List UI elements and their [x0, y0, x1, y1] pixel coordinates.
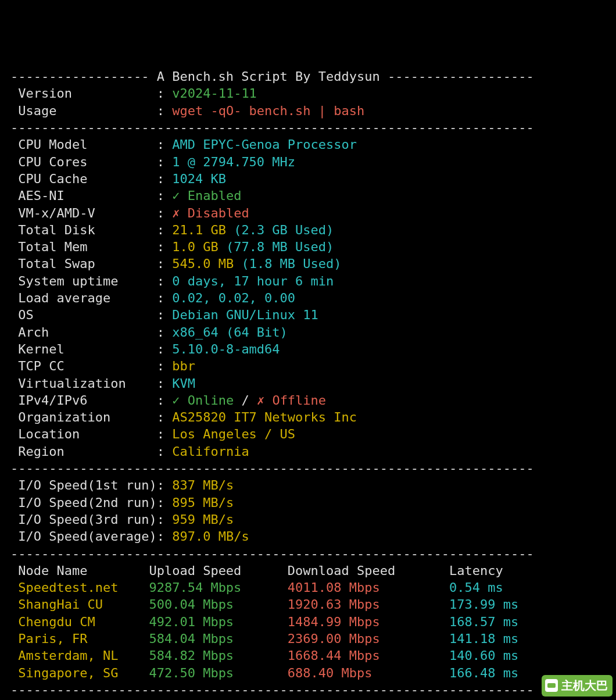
watermark-text: 主机大巴	[561, 677, 608, 694]
watermark-badge: 主机大巴	[542, 675, 613, 697]
bus-icon	[545, 679, 558, 692]
value-upload: 500.04 Mbps	[149, 597, 287, 612]
label-sysinfo: Virtualization	[10, 376, 157, 391]
label-sysinfo: Total Mem	[10, 240, 157, 254]
value-sysinfo: AMD EPYC-Genoa Processor	[172, 137, 357, 152]
label-orginfo: Region	[10, 444, 157, 459]
value-ipv-offline: ✗ Offline	[257, 393, 326, 408]
value-node: Amsterdam, NL	[18, 648, 149, 663]
value-download: 2369.00 Mbps	[288, 631, 449, 646]
value-sysinfo: ✗ Disabled	[172, 206, 249, 220]
value-node: Paris, FR	[18, 631, 149, 646]
value-download: 688.40 Mbps	[288, 666, 449, 680]
value-sysinfo: 1 @ 2794.750 MHz	[172, 155, 295, 169]
value-upload: 584.04 Mbps	[149, 631, 287, 646]
value-sysinfo: 1024 KB	[172, 172, 226, 186]
value-node: ShangHai CU	[18, 597, 149, 612]
label-usage: Usage	[10, 103, 157, 118]
value-sysinfo: 545.0 MB	[172, 256, 234, 271]
label-sysinfo: Kernel	[10, 342, 157, 356]
value-upload: 584.82 Mbps	[149, 648, 287, 663]
value-download: 1920.63 Mbps	[288, 597, 449, 612]
divider: ----------------------------------------…	[10, 683, 534, 697]
label-sysinfo: TCP CC	[10, 359, 157, 373]
value-sysinfo: 0 days, 17 hour 6 min	[172, 274, 334, 288]
label-sysinfo: CPU Model	[10, 137, 157, 152]
value-sysinfo: Debian GNU/Linux 11	[172, 308, 318, 322]
value-sysinfo: ✓ Enabled	[172, 188, 241, 203]
terminal-output: ------------------ A Bench.sh Script By …	[10, 68, 606, 700]
value-sysinfo: 0.02, 0.02, 0.00	[172, 291, 295, 305]
value-upload: 472.50 Mbps	[149, 666, 287, 680]
label-sysinfo: Total Swap	[10, 256, 157, 271]
col-node: Node Name	[18, 563, 149, 578]
value-sysinfo-extra: (77.8 MB Used)	[226, 240, 334, 254]
label-sysinfo: VM-x/AMD-V	[10, 206, 157, 220]
label-orginfo: Organization	[10, 410, 157, 424]
label-sysinfo: CPU Cache	[10, 172, 157, 186]
col-latency: Latency	[449, 563, 557, 578]
label-ipv: IPv4/IPv6	[10, 393, 157, 408]
value-sysinfo: 1.0 GB	[172, 240, 218, 254]
value-download: 1668.44 Mbps	[288, 648, 449, 663]
label-sysinfo: CPU Cores	[10, 155, 157, 169]
value-io: 837 MB/s	[172, 478, 234, 492]
title-line: ------------------ A Bench.sh Script By …	[10, 69, 534, 84]
value-sysinfo: x86_64 (64 Bit)	[172, 325, 288, 340]
value-io: 959 MB/s	[172, 512, 234, 527]
value-ipv-online: ✓ Online	[172, 393, 234, 408]
value-download: 4011.08 Mbps	[288, 580, 449, 595]
value-usage: wget -qO- bench.sh | bash	[172, 103, 364, 118]
value-latency: 173.99 ms	[449, 597, 557, 612]
col-upload: Upload Speed	[149, 563, 287, 578]
value-download: 1484.99 Mbps	[288, 615, 449, 629]
value-latency: 166.48 ms	[449, 666, 557, 680]
label-io: I/O Speed(average)	[10, 529, 157, 544]
value-sysinfo-extra: (1.8 MB Used)	[241, 256, 341, 271]
value-version: v2024-11-11	[172, 86, 257, 101]
label-io: I/O Speed(3rd run)	[10, 512, 157, 527]
value-orginfo: California	[172, 444, 249, 459]
value-upload: 9287.54 Mbps	[149, 580, 287, 595]
value-latency: 168.57 ms	[449, 615, 557, 629]
label-sysinfo: Arch	[10, 325, 157, 340]
value-node: Chengdu CM	[18, 615, 149, 629]
value-io: 895 MB/s	[172, 495, 234, 510]
divider: ----------------------------------------…	[10, 120, 534, 135]
value-orginfo: Los Angeles / US	[172, 427, 295, 441]
label-io: I/O Speed(2nd run)	[10, 495, 157, 510]
label-sysinfo: Total Disk	[10, 223, 157, 237]
value-latency: 140.60 ms	[449, 648, 557, 663]
value-upload: 492.01 Mbps	[149, 615, 287, 629]
label-sysinfo: OS	[10, 308, 157, 322]
value-node: Singapore, SG	[18, 666, 149, 680]
value-latency: 141.18 ms	[449, 631, 557, 646]
label-sysinfo: System uptime	[10, 274, 157, 288]
value-orginfo: AS25820 IT7 Networks Inc	[172, 410, 357, 424]
value-sysinfo: 5.10.0-8-amd64	[172, 342, 280, 356]
value-io: 897.0 MB/s	[172, 529, 249, 544]
value-latency: 0.54 ms	[449, 580, 557, 595]
value-sysinfo-extra: (2.3 GB Used)	[234, 223, 334, 237]
value-sysinfo: bbr	[172, 359, 195, 373]
label-sysinfo: AES-NI	[10, 188, 157, 203]
label-sysinfo: Load average	[10, 291, 157, 305]
label-orginfo: Location	[10, 427, 157, 441]
value-sysinfo: KVM	[172, 376, 195, 391]
label-version: Version	[10, 86, 157, 101]
divider: ----------------------------------------…	[10, 547, 534, 561]
value-node: Speedtest.net	[18, 580, 149, 595]
value-sysinfo: 21.1 GB	[172, 223, 226, 237]
col-download: Download Speed	[288, 563, 449, 578]
label-io: I/O Speed(1st run)	[10, 478, 157, 492]
divider: ----------------------------------------…	[10, 461, 534, 476]
